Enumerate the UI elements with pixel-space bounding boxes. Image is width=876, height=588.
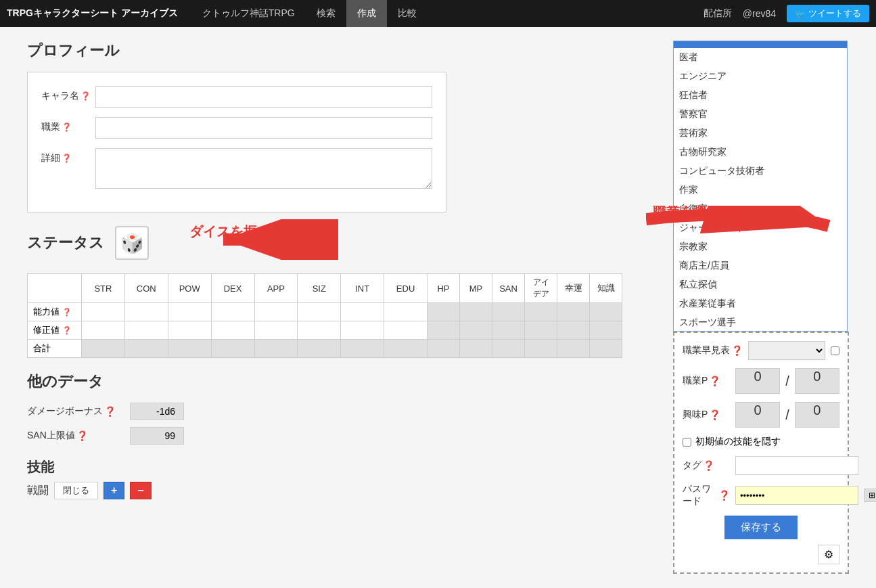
table-row-mod: 修正値 ❓ [28,321,622,340]
job-item-2[interactable]: 狂信者 [674,86,847,105]
stats-table: STR CON POW DEX APP SIZ INT EDU HP MP SA… [27,273,622,358]
combat-title: 戦闘 [27,484,49,498]
nav-cthulhu[interactable]: クトゥルフ神話TRPG [191,0,306,27]
mp-total [460,340,492,358]
col-int: INT [341,274,384,303]
nav-links: クトゥルフ神話TRPG 検索 作成 比較 [191,0,704,27]
dex-base[interactable] [211,303,254,321]
job-item-top[interactable] [674,41,847,48]
col-idea: アイデア [525,274,557,303]
hp-base [428,303,460,321]
edu-mod[interactable] [384,321,428,340]
con-mod[interactable] [124,321,168,340]
password-input[interactable] [735,486,858,505]
user-link[interactable]: @rev84 [743,8,776,19]
job-row: 職業 ❓ [41,117,432,139]
col-mp: MP [460,274,492,303]
close-button[interactable]: 閉じる [54,482,98,499]
remove-skill-button[interactable]: − [130,482,151,499]
password-show-button[interactable]: ⊞ [864,489,876,502]
app-total [254,340,298,358]
job-item-13[interactable]: 水産業従事者 [674,294,847,313]
add-skill-button[interactable]: + [103,482,124,499]
site-logo: TRPGキャラクターシート アーカイブス [7,7,178,20]
san-mod [492,321,525,340]
job-item-12[interactable]: 私立探偵 [674,275,847,294]
job-item-4[interactable]: 芸術家 [674,124,847,143]
san-max-label: SAN上限値 ❓ [27,430,122,442]
luck-total [557,340,590,358]
password-label: パスワード ❓ [683,483,730,507]
hide-skills-checkbox[interactable] [683,438,691,447]
interest-p-row: 興味P ❓ 0 / 0 [683,402,839,428]
int-mod[interactable] [341,321,384,340]
combat-sub-section: 戦闘 閉じる + − [27,482,660,499]
nav-search[interactable]: 検索 [306,0,346,27]
col-con: CON [124,274,168,303]
job-quick-select[interactable] [748,341,825,360]
job-input[interactable] [95,117,432,139]
app-mod[interactable] [254,321,298,340]
other-data-title: 他のデータ [27,371,660,392]
job-item-11[interactable]: 商店主/店員 [674,256,847,275]
char-name-input[interactable] [95,86,432,108]
san-base [492,303,525,321]
str-base[interactable] [82,303,125,321]
job-item-0[interactable]: 医者 [674,48,847,67]
str-mod[interactable] [82,321,125,340]
job-item-9[interactable]: ジャーナリスト [674,219,847,238]
skills-section: 技能 戦闘 閉じる + − [27,458,660,499]
str-total [82,340,125,358]
pow-base[interactable] [168,303,211,321]
interest-p-help-icon: ❓ [709,409,720,420]
app-base[interactable] [254,303,298,321]
save-button[interactable]: 保存する [724,516,798,539]
int-base[interactable] [341,303,384,321]
col-dex: DEX [211,274,254,303]
dice-button[interactable]: 🎲 [115,226,149,260]
dex-total [211,340,254,358]
tweet-button[interactable]: 🐦 ツイートする [787,5,869,22]
config-link[interactable]: 配信所 [704,7,732,20]
mp-mod [460,321,492,340]
nav-create[interactable]: 作成 [346,0,387,27]
job-item-6[interactable]: コンピュータ技術者 [674,162,847,181]
tag-row: タグ ❓ [683,456,839,475]
hp-mod [428,321,460,340]
job-quick-row: 職業早見表 ❓ [683,341,839,360]
job-p-val2[interactable]: 0 [795,368,839,394]
password-row: パスワード ❓ ⊞ [683,483,839,507]
idea-base [525,303,557,321]
interest-p-val2[interactable]: 0 [795,402,839,428]
detail-textarea[interactable] [95,148,432,189]
job-p-label: 職業P ❓ [683,375,730,387]
hide-skills-row: 初期値の技能を隠す [683,436,839,448]
char-name-help-icon: ❓ [80,91,91,101]
siz-base[interactable] [298,303,341,321]
dex-mod[interactable] [211,321,254,340]
job-item-7[interactable]: 作家 [674,181,847,200]
job-item-5[interactable]: 古物研究家 [674,143,847,162]
job-item-1[interactable]: エンジニア [674,67,847,86]
nav-compare[interactable]: 比較 [387,0,428,27]
job-p-val1[interactable]: 0 [735,368,780,394]
job-listbox[interactable]: 医者 エンジニア 狂信者 警察官 芸術家 古物研究家 コンピュータ技術者 作家 … [673,41,848,332]
main-content: プロフィール キャラ名 ❓ 職業 ❓ 詳細 ❓ [0,27,876,587]
con-base[interactable] [124,303,168,321]
pow-total [168,340,211,358]
tag-input[interactable] [735,456,858,475]
pow-mod[interactable] [168,321,211,340]
job-item-14[interactable]: スポーツ選手 [674,313,847,332]
gear-button[interactable]: ⚙ [818,545,839,564]
job-item-10[interactable]: 宗教家 [674,238,847,256]
nav-bar: TRPGキャラクターシート アーカイブス クトゥルフ神話TRPG 検索 作成 比… [0,0,876,27]
job-item-8[interactable]: 自衛官 [674,200,847,219]
hp-total [428,340,460,358]
edu-base[interactable] [384,303,428,321]
job-quick-checkbox[interactable] [831,346,839,355]
luck-mod [557,321,590,340]
interest-p-val1[interactable]: 0 [735,402,780,428]
col-luck: 幸運 [557,274,590,303]
job-item-3[interactable]: 警察官 [674,105,847,124]
siz-mod[interactable] [298,321,341,340]
